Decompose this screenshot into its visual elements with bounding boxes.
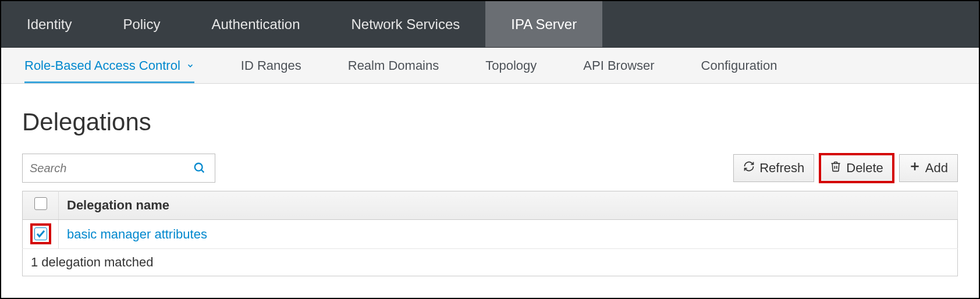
subnav-item-realm-domains[interactable]: Realm Domains [325, 48, 463, 83]
delegations-table: Delegation name basic manager attributes… [22, 191, 958, 276]
subnav-item-topology[interactable]: Topology [462, 48, 560, 83]
svg-point-0 [195, 163, 203, 171]
topnav-item-label: Identity [27, 16, 72, 33]
topnav-item-authentication[interactable]: Authentication [186, 1, 325, 47]
refresh-icon [743, 161, 755, 176]
subnav-item-label: Topology [485, 58, 537, 73]
subnav-item-id-ranges[interactable]: ID Ranges [218, 48, 325, 83]
topnav-item-label: Policy [123, 16, 160, 33]
chevron-down-icon [186, 62, 194, 70]
row-name-cell: basic manager attributes [59, 220, 958, 249]
search-box [22, 154, 215, 183]
svg-line-1 [201, 170, 204, 173]
plus-icon [909, 161, 921, 176]
subnav-item-configuration[interactable]: Configuration [678, 48, 801, 83]
row-checkbox[interactable] [34, 227, 47, 240]
add-button[interactable]: Add [899, 154, 958, 182]
sub-nav: Role-Based Access ControlID RangesRealm … [1, 48, 979, 84]
add-label: Add [925, 161, 948, 176]
topnav-item-label: Authentication [211, 16, 300, 33]
subnav-item-label: Realm Domains [348, 58, 439, 73]
delete-label: Delete [846, 161, 883, 176]
top-nav: IdentityPolicyAuthenticationNetwork Serv… [1, 1, 979, 48]
topnav-item-network-services[interactable]: Network Services [326, 1, 486, 47]
main-area: Delegations Refresh Delete [1, 84, 979, 290]
topnav-item-policy[interactable]: Policy [97, 1, 186, 47]
topnav-item-identity[interactable]: Identity [1, 1, 97, 47]
table-row: basic manager attributes [23, 220, 958, 249]
topnav-item-label: IPA Server [511, 16, 577, 33]
subnav-item-label: ID Ranges [241, 58, 301, 73]
delegation-link[interactable]: basic manager attributes [67, 227, 207, 241]
table-footer-status: 1 delegation matched [23, 249, 958, 276]
search-input[interactable] [30, 162, 191, 175]
row-checkbox-cell [23, 220, 59, 249]
subnav-item-label: Role-Based Access Control [24, 58, 180, 73]
refresh-label: Refresh [759, 161, 804, 176]
header-checkbox-cell [23, 191, 59, 220]
refresh-button[interactable]: Refresh [733, 154, 814, 182]
select-all-checkbox[interactable] [34, 197, 47, 210]
trash-icon [830, 161, 841, 176]
subnav-item-label: API Browser [583, 58, 654, 73]
page-title: Delegations [22, 108, 958, 136]
action-buttons: Refresh Delete Add [733, 154, 958, 182]
topnav-item-label: Network Services [351, 16, 460, 33]
row-checkbox-wrap [33, 226, 49, 242]
subnav-item-label: Configuration [701, 58, 777, 73]
toolbar-row: Refresh Delete Add [22, 154, 958, 183]
table-header-row: Delegation name [23, 191, 958, 220]
search-icon[interactable] [191, 160, 208, 176]
column-delegation-name: Delegation name [59, 191, 958, 220]
topnav-item-ipa-server[interactable]: IPA Server [485, 1, 602, 47]
delete-button[interactable]: Delete [820, 154, 893, 182]
subnav-item-api-browser[interactable]: API Browser [560, 48, 677, 83]
subnav-item-role-based-access-control[interactable]: Role-Based Access Control [1, 48, 218, 83]
